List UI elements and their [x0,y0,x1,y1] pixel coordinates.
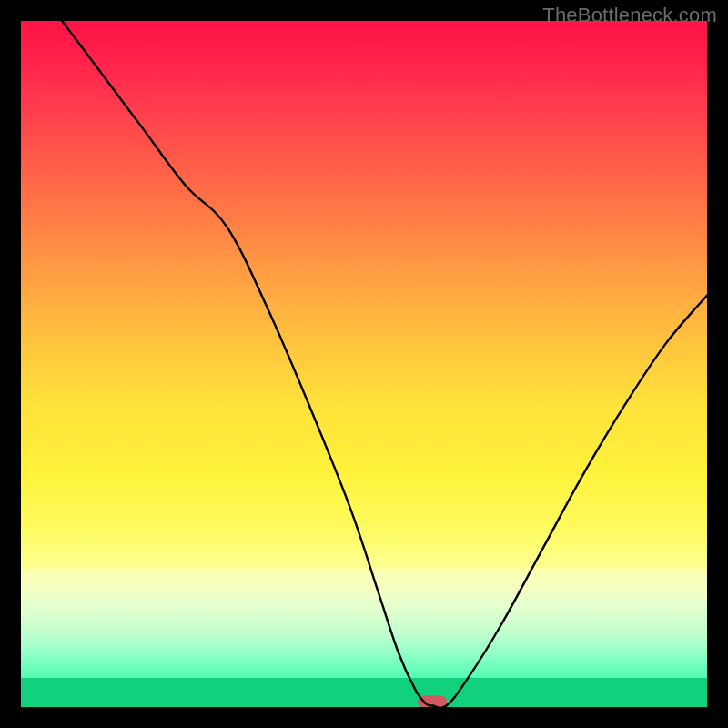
chart-frame: TheBottleneck.com [0,0,728,728]
watermark-text: TheBottleneck.com [542,4,717,27]
plot-area [21,21,707,707]
curve-svg [21,21,707,707]
curve-line [62,21,707,707]
